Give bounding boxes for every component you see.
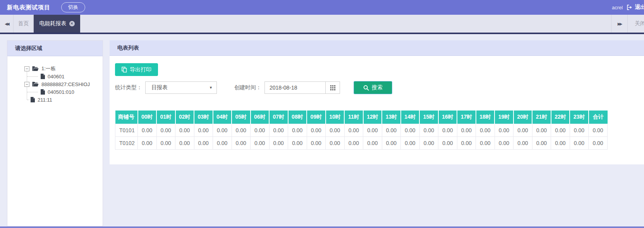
logout-icon bbox=[627, 5, 632, 10]
tabs-scroll-right-button[interactable]: ▶▶ bbox=[611, 15, 627, 33]
username-label: acrel bbox=[612, 5, 623, 10]
value-cell: 0.00 bbox=[495, 124, 513, 136]
value-cell: 0.00 bbox=[251, 124, 270, 136]
value-cell: 0.00 bbox=[570, 124, 589, 136]
header-user-area: acrel 退出 bbox=[612, 0, 644, 15]
shop-id-cell: T0101 bbox=[115, 124, 138, 136]
value-cell: 0.00 bbox=[194, 136, 213, 149]
value-cell: 0.00 bbox=[138, 136, 157, 149]
tree-node-label: 040601 bbox=[48, 74, 64, 79]
column-header: 20时 bbox=[513, 111, 532, 124]
tree-node-label: 888888827:CESHIOJ bbox=[41, 81, 90, 87]
value-cell: 0.00 bbox=[175, 124, 194, 136]
table-row: T01020.000.000.000.000.000.000.000.000.0… bbox=[115, 136, 608, 149]
value-cell: 0.00 bbox=[269, 136, 288, 149]
value-cell: 0.00 bbox=[513, 124, 532, 136]
column-header: 03时 bbox=[194, 111, 213, 124]
meter-list-body: 导出打印 统计类型： 日报表 ▼ 创建时间： bbox=[110, 56, 644, 150]
create-time-label: 创建时间： bbox=[234, 84, 261, 91]
report-type-value: 日报表 bbox=[151, 84, 168, 91]
close-operations-menu[interactable]: 关闭操作 bbox=[628, 20, 644, 27]
meter-table-body: T01010.000.000.000.000.000.000.000.000.0… bbox=[115, 124, 608, 149]
tree-node-040601[interactable]: 040601 bbox=[7, 73, 103, 80]
column-header: 07时 bbox=[269, 111, 288, 124]
column-header: 02时 bbox=[175, 111, 194, 124]
area-tree: −1:一栋040601−888888827:CESHIOJ040501:0102… bbox=[7, 56, 103, 104]
meter-table-head: 商铺号00时01时02时03时04时05时06时07时08时09时10时11时1… bbox=[115, 111, 608, 124]
column-header: 15时 bbox=[419, 111, 438, 124]
meter-list-title: 电表列表 bbox=[110, 40, 644, 56]
tree-node-label: 211:11 bbox=[38, 97, 52, 103]
switch-project-button[interactable]: 切换 bbox=[61, 2, 85, 12]
value-cell: 0.00 bbox=[419, 124, 438, 136]
value-cell: 0.00 bbox=[213, 136, 232, 149]
search-button-label: 搜索 bbox=[372, 84, 383, 91]
value-cell: 0.00 bbox=[419, 136, 438, 149]
value-cell: 0.00 bbox=[438, 136, 457, 149]
value-cell: 0.00 bbox=[532, 136, 551, 149]
calendar-grid-icon bbox=[330, 85, 335, 90]
value-cell: 0.00 bbox=[194, 124, 213, 136]
value-cell: 0.00 bbox=[326, 136, 345, 149]
value-cell: 0.00 bbox=[288, 124, 307, 136]
area-panel: 请选择区域 −1:一栋040601−888888827:CESHIOJ04050… bbox=[7, 40, 103, 226]
meter-table: 商铺号00时01时02时03时04时05时06时07时08时09时10时11时1… bbox=[115, 111, 608, 150]
report-type-select[interactable]: 日报表 ▼ bbox=[145, 81, 217, 94]
table-row: T01010.000.000.000.000.000.000.000.000.0… bbox=[115, 124, 608, 136]
column-header: 18时 bbox=[476, 111, 495, 124]
calendar-picker-button[interactable] bbox=[325, 81, 340, 94]
tab-home[interactable]: 首页 bbox=[14, 15, 33, 33]
value-cell: 0.00 bbox=[175, 136, 194, 149]
shop-id-cell: T0102 bbox=[115, 136, 138, 149]
value-cell: 0.00 bbox=[288, 136, 307, 149]
filter-row: 统计类型： 日报表 ▼ 创建时间： 搜索 bbox=[115, 81, 644, 94]
column-header: 合计 bbox=[589, 111, 608, 124]
tree-node-888888827-ceshioj[interactable]: −888888827:CESHIOJ bbox=[7, 80, 103, 88]
tree-node-040501-010[interactable]: 040501:010 bbox=[7, 88, 103, 96]
value-cell: 0.00 bbox=[495, 136, 513, 149]
value-cell: 0.00 bbox=[570, 136, 589, 149]
value-cell: 0.00 bbox=[307, 136, 326, 149]
value-cell: 0.00 bbox=[589, 136, 608, 149]
tab-energy-report[interactable]: 电能耗报表 ✕ bbox=[34, 15, 80, 33]
export-print-button[interactable]: 导出打印 bbox=[115, 63, 158, 76]
column-header: 10时 bbox=[326, 111, 345, 124]
chevron-down-icon: ▼ bbox=[209, 86, 213, 90]
value-cell: 0.00 bbox=[551, 124, 570, 136]
value-cell: 0.00 bbox=[532, 124, 551, 136]
column-header: 00时 bbox=[138, 111, 157, 124]
value-cell: 0.00 bbox=[232, 124, 251, 136]
column-header: 04时 bbox=[213, 111, 232, 124]
value-cell: 0.00 bbox=[382, 136, 401, 149]
export-print-label: 导出打印 bbox=[130, 66, 151, 73]
tab-bar-right-tools: ▶▶ 关闭操作 bbox=[611, 15, 644, 33]
column-header: 01时 bbox=[156, 111, 175, 124]
tree-collapse-icon[interactable]: − bbox=[24, 82, 29, 87]
value-cell: 0.00 bbox=[476, 124, 495, 136]
date-input-group bbox=[264, 81, 340, 94]
search-button[interactable]: 搜索 bbox=[354, 81, 392, 94]
column-header: 12时 bbox=[363, 111, 382, 124]
tabs-scroll-left-button[interactable]: ◀◀ bbox=[0, 15, 14, 33]
tab-energy-report-label: 电能耗报表 bbox=[39, 20, 67, 27]
close-tab-icon[interactable]: ✕ bbox=[69, 21, 75, 26]
area-panel-title: 请选择区域 bbox=[7, 41, 103, 56]
column-header: 14时 bbox=[401, 111, 420, 124]
meter-list-panel: 电表列表 导出打印 统计类型： 日报表 ▼ 创建时间： bbox=[110, 40, 644, 164]
value-cell: 0.00 bbox=[457, 124, 476, 136]
file-icon bbox=[41, 74, 45, 79]
column-header: 23时 bbox=[570, 111, 589, 124]
tree-node-211-11[interactable]: 211:11 bbox=[7, 96, 103, 104]
column-header: 19时 bbox=[495, 111, 513, 124]
value-cell: 0.00 bbox=[344, 124, 363, 136]
value-cell: 0.00 bbox=[438, 124, 457, 136]
value-cell: 0.00 bbox=[156, 136, 175, 149]
tree-node-1-[interactable]: −1:一栋 bbox=[7, 65, 103, 73]
date-input[interactable] bbox=[264, 81, 325, 94]
value-cell: 0.00 bbox=[363, 136, 382, 149]
column-header: 09时 bbox=[307, 111, 326, 124]
value-cell: 0.00 bbox=[457, 136, 476, 149]
tree-collapse-icon[interactable]: − bbox=[24, 66, 29, 71]
logout-button[interactable]: 退出 bbox=[627, 4, 644, 11]
tab-bar-underline bbox=[0, 33, 644, 34]
